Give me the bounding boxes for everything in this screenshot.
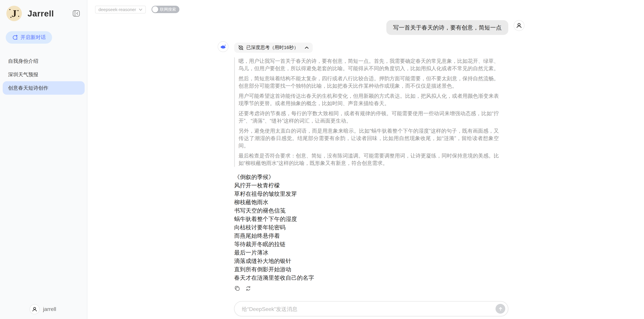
send-button[interactable]: [496, 304, 505, 314]
chevron-up-icon: [304, 46, 308, 49]
assistant-avatar: [218, 41, 228, 52]
poem: 《倒叙的季候》 风拧开一枚青柠檬 草籽在祖母的皱纹里发芽 柳枝蘸饱雨水 书写天空…: [234, 173, 508, 282]
history-item-label: 深圳天气预报: [8, 71, 38, 78]
thinking-paragraph: 用户可能希望这首诗能传达出春天的生机和变化，但用新颖的方式表达。比如，把风拟人化…: [238, 92, 499, 107]
poem-line: 柳枝蘸饱雨水: [234, 198, 508, 207]
sidebar: J Jarrell: [0, 0, 87, 319]
poem-line: 最后一片薄冰: [234, 249, 508, 257]
message-input[interactable]: [241, 302, 484, 316]
sidebar-header: J Jarrell: [0, 0, 87, 27]
history-item-label: 自我身份介绍: [8, 58, 38, 64]
copy-icon: [234, 286, 240, 292]
thinking-paragraph: 然后，简短意味着结构不能太复杂，四行或者八行比较合适。押韵方面可能需要，但不要太…: [238, 75, 499, 90]
thinking-label: 已深度思考（用时16秒）: [246, 45, 298, 51]
arrow-up-icon: [498, 307, 503, 311]
message-composer: [234, 301, 508, 316]
thinking-paragraph: 另外，避免使用太直白的词语，而是用意象来暗示。比如“蜗牛驮着整个下午的湿度”这样…: [238, 127, 499, 149]
refresh-icon: [245, 286, 251, 292]
new-chat-button[interactable]: 开启新对话: [6, 31, 52, 44]
sidebar-collapse-button[interactable]: [72, 10, 81, 18]
assistant-content: 已深度思考（用时16秒） 嗯，用户让我写一首关于春天的诗，要有创意，简短一点。首…: [234, 41, 508, 292]
thinking-paragraph: 最后检查是否符合要求：创意、简短，没有陈词滥调。可能需要调整用词，让诗更凝练，同…: [238, 152, 499, 167]
user-name: jarrell: [43, 306, 56, 312]
poem-line: 蜗牛驮着整个下午的湿度: [234, 215, 508, 223]
panel-collapse-icon: [72, 9, 80, 19]
poem-line: 而燕尾始终悬停着: [234, 232, 508, 240]
poem-line: 等待裁开冬眠的拉链: [234, 240, 508, 249]
thinking-paragraph: 还要考虑诗的节奏感，每行的字数大致相同，或者有规律的停顿。可能需要使用一些动词来…: [238, 110, 499, 125]
user-message-row: 写一首关于春天的诗，要有创意，简短一点: [234, 20, 524, 35]
poem-line: 书写天空的褪色信笺: [234, 207, 508, 215]
person-icon: [32, 306, 38, 312]
toggle-knob: [152, 6, 158, 12]
chat-history-list: 自我身份介绍 深圳天气预报 创意春天短诗创作: [3, 54, 85, 95]
thinking-paragraph: 嗯，用户让我写一首关于春天的诗，要有创意，简短一点。首先，我需要确定春天的常见意…: [238, 57, 499, 72]
regenerate-button[interactable]: [245, 286, 251, 292]
poem-line: 春天才在涟漪里签收自己的名字: [234, 274, 508, 282]
poem-line: 风拧开一枚青柠檬: [234, 181, 508, 190]
web-search-toggle[interactable]: 联网搜索: [152, 6, 180, 13]
poem-line: 滴落成缝补大地的银针: [234, 257, 508, 265]
user-avatar: [30, 304, 40, 314]
poem-line: 直到所有倒影开始游动: [234, 265, 508, 274]
model-selector-value: deepseek-reasoner: [98, 7, 136, 12]
user-message-bubble: 写一首关于春天的诗，要有创意，简短一点: [386, 20, 508, 35]
app-logo-avatar: J: [6, 6, 22, 21]
copy-button[interactable]: [234, 286, 240, 292]
whale-icon: [219, 43, 227, 50]
main-area: deepseek-reasoner 联网搜索 写一首关于春天的诗，要有创意，简短…: [87, 0, 644, 319]
app-root: J Jarrell: [0, 0, 644, 319]
web-search-label: 联网搜索: [160, 6, 176, 12]
person-icon: [516, 22, 522, 29]
user-avatar: [514, 20, 524, 31]
history-item-self-intro[interactable]: 自我身份介绍: [3, 54, 85, 68]
message-actions: [234, 286, 508, 292]
chat-plus-icon: [12, 34, 18, 40]
atom-icon: [238, 45, 244, 50]
chevron-down-icon: [139, 8, 142, 11]
poem-line: 草籽在祖母的皱纹里发芽: [234, 190, 508, 198]
poem-title: 《倒叙的季候》: [234, 173, 508, 181]
model-selector[interactable]: deepseek-reasoner: [95, 6, 146, 13]
new-chat-label: 开启新对话: [20, 34, 46, 41]
history-item-label: 创意春天短诗创作: [8, 85, 48, 91]
app-title: Jarrell: [28, 9, 54, 18]
poem-line: 向枯枝讨要年轮密码: [234, 223, 508, 232]
logo-letter: J: [6, 6, 22, 21]
history-item-spring-poem[interactable]: 创意春天短诗创作: [3, 81, 85, 95]
sidebar-user[interactable]: jarrell: [30, 304, 56, 314]
thinking-toggle-button[interactable]: 已深度思考（用时16秒）: [234, 43, 312, 53]
thinking-content: 嗯，用户让我写一首关于春天的诗，要有创意，简短一点。首先，我需要确定春天的常见意…: [234, 57, 499, 167]
assistant-message-row: 已深度思考（用时16秒） 嗯，用户让我写一首关于春天的诗，要有创意，简短一点。首…: [218, 41, 520, 292]
history-item-weather[interactable]: 深圳天气预报: [3, 68, 85, 81]
